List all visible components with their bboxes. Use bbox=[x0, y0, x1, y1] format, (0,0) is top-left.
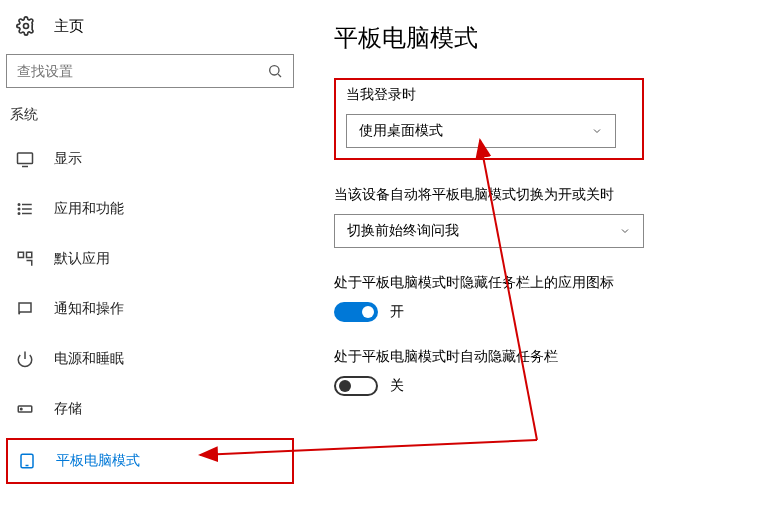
chevron-down-icon bbox=[619, 225, 631, 237]
svg-rect-12 bbox=[27, 252, 32, 257]
sidebar-item-apps[interactable]: 应用和功能 bbox=[6, 188, 294, 230]
sidebar-item-label: 应用和功能 bbox=[54, 200, 124, 218]
sidebar-item-storage[interactable]: 存储 bbox=[6, 388, 294, 430]
sidebar-item-tablet-mode[interactable]: 平板电脑模式 bbox=[6, 438, 294, 484]
sidebar-item-label: 电源和睡眠 bbox=[54, 350, 124, 368]
svg-point-15 bbox=[21, 408, 23, 410]
notification-icon bbox=[16, 300, 34, 318]
sidebar-item-display[interactable]: 显示 bbox=[6, 138, 294, 180]
group-label: 处于平板电脑模式时隐藏任务栏上的应用图标 bbox=[334, 274, 755, 292]
hide-icons-toggle[interactable] bbox=[334, 302, 378, 322]
storage-icon bbox=[16, 400, 34, 418]
sidebar: 主页 系统 显示 应用和功能 bbox=[0, 0, 300, 508]
search-icon bbox=[267, 63, 283, 79]
monitor-icon bbox=[16, 150, 34, 168]
sidebar-item-label: 存储 bbox=[54, 400, 82, 418]
sidebar-item-label: 默认应用 bbox=[54, 250, 110, 268]
power-icon bbox=[16, 350, 34, 368]
svg-point-1 bbox=[270, 66, 279, 75]
svg-point-0 bbox=[24, 24, 29, 29]
group-hide-icons: 处于平板电脑模式时隐藏任务栏上的应用图标 开 bbox=[334, 274, 755, 322]
signin-mode-dropdown[interactable]: 使用桌面模式 bbox=[346, 114, 616, 148]
svg-point-9 bbox=[18, 208, 20, 210]
group-signin: 当我登录时 使用桌面模式 bbox=[334, 78, 755, 160]
gear-icon bbox=[16, 16, 36, 36]
svg-rect-11 bbox=[18, 252, 23, 257]
sidebar-item-label: 平板电脑模式 bbox=[56, 452, 140, 470]
home-label: 主页 bbox=[54, 17, 84, 36]
dropdown-value: 使用桌面模式 bbox=[359, 122, 443, 140]
sidebar-item-default-apps[interactable]: 默认应用 bbox=[6, 238, 294, 280]
toggle-text: 关 bbox=[390, 377, 404, 395]
sidebar-item-label: 通知和操作 bbox=[54, 300, 124, 318]
sidebar-item-label: 显示 bbox=[54, 150, 82, 168]
auto-switch-dropdown[interactable]: 切换前始终询问我 bbox=[334, 214, 644, 248]
group-label: 处于平板电脑模式时自动隐藏任务栏 bbox=[334, 348, 755, 366]
list-icon bbox=[16, 200, 34, 218]
svg-point-8 bbox=[18, 204, 20, 206]
tablet-icon bbox=[18, 452, 36, 470]
nav-list: 显示 应用和功能 默认应用 通知和操作 bbox=[6, 138, 294, 484]
group-auto-switch: 当该设备自动将平板电脑模式切换为开或关时 切换前始终询问我 bbox=[334, 186, 755, 248]
toggle-text: 开 bbox=[390, 303, 404, 321]
svg-line-2 bbox=[278, 74, 281, 77]
chevron-down-icon bbox=[591, 125, 603, 137]
highlight-box: 当我登录时 使用桌面模式 bbox=[334, 78, 644, 160]
home-row[interactable]: 主页 bbox=[6, 8, 294, 50]
group-label: 当我登录时 bbox=[346, 86, 632, 104]
dropdown-value: 切换前始终询问我 bbox=[347, 222, 459, 240]
svg-point-10 bbox=[18, 213, 20, 215]
page-title: 平板电脑模式 bbox=[334, 22, 755, 54]
search-input[interactable] bbox=[17, 63, 267, 79]
svg-rect-3 bbox=[18, 153, 33, 164]
category-title: 系统 bbox=[10, 106, 294, 124]
sidebar-item-power[interactable]: 电源和睡眠 bbox=[6, 338, 294, 380]
hide-taskbar-toggle[interactable] bbox=[334, 376, 378, 396]
default-apps-icon bbox=[16, 250, 34, 268]
group-hide-taskbar: 处于平板电脑模式时自动隐藏任务栏 关 bbox=[334, 348, 755, 396]
sidebar-item-notifications[interactable]: 通知和操作 bbox=[6, 288, 294, 330]
main-content: 平板电脑模式 当我登录时 使用桌面模式 当该设备自动将平板电脑模式切换为开或关时… bbox=[300, 0, 765, 508]
search-box[interactable] bbox=[6, 54, 294, 88]
group-label: 当该设备自动将平板电脑模式切换为开或关时 bbox=[334, 186, 755, 204]
